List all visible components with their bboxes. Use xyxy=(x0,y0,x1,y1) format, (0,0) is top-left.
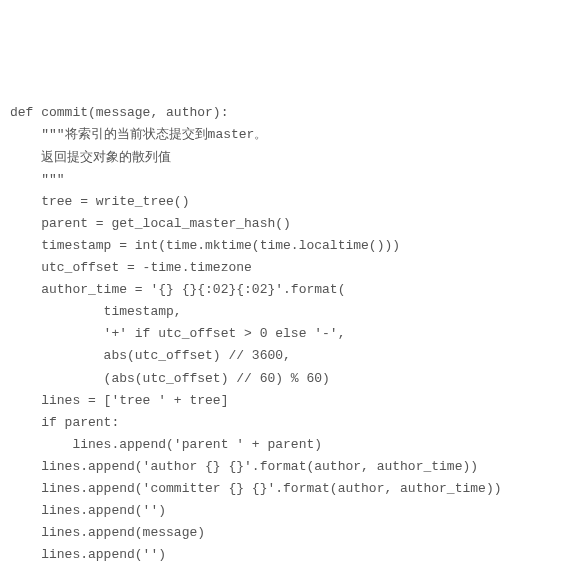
code-line: lines.append('author {} {}'.format(autho… xyxy=(10,456,551,478)
code-line: timestamp = int(time.mktime(time.localti… xyxy=(10,235,551,257)
code-line: """将索引的当前状态提交到master。 xyxy=(10,124,551,146)
code-line: parent = get_local_master_hash() xyxy=(10,213,551,235)
code-line: author_time = '{} {}{:02}{:02}'.format( xyxy=(10,279,551,301)
code-line: 返回提交对象的散列值 xyxy=(10,147,551,169)
code-line: (abs(utc_offset) // 60) % 60) xyxy=(10,368,551,390)
code-line: lines.append(message) xyxy=(10,522,551,544)
code-line: if parent: xyxy=(10,412,551,434)
code-line: '+' if utc_offset > 0 else '-', xyxy=(10,323,551,345)
code-line: tree = write_tree() xyxy=(10,191,551,213)
code-line: """ xyxy=(10,169,551,191)
code-block: def commit(message, author): """将索引的当前状态… xyxy=(10,102,551,561)
code-line: lines.append('') xyxy=(10,544,551,561)
code-line: abs(utc_offset) // 3600, xyxy=(10,345,551,367)
code-line: lines = ['tree ' + tree] xyxy=(10,390,551,412)
code-line: def commit(message, author): xyxy=(10,102,551,124)
code-line: lines.append('parent ' + parent) xyxy=(10,434,551,456)
code-line: utc_offset = -time.timezone xyxy=(10,257,551,279)
code-line: timestamp, xyxy=(10,301,551,323)
code-line: lines.append('committer {} {}'.format(au… xyxy=(10,478,551,500)
code-line: lines.append('') xyxy=(10,500,551,522)
